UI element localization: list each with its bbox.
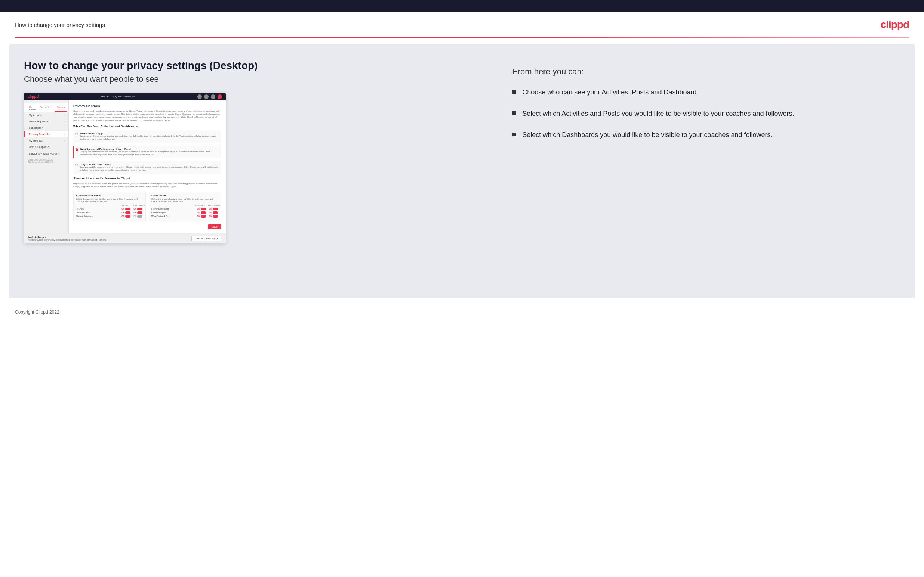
sc-visit-community-button[interactable]: Visit Our Community ↗ [191, 236, 221, 241]
sc-help-title: Help & Support [28, 236, 107, 239]
sc-radio-followers-coach: Only Approved Followers and Your Coach O… [73, 146, 221, 159]
sc-activities-box: Activities and Posts Select the types of… [73, 192, 146, 221]
sc-toggle-row-rounds: Rounds ON ON [76, 208, 143, 210]
sc-radio-everyone: Everyone on Clippd Everyone on Clippd ca… [73, 131, 221, 143]
sc-radio-group: Everyone on Clippd Everyone on Clippd ca… [73, 131, 221, 174]
sc-save-button[interactable]: Save [208, 224, 221, 229]
bullet-item-2: Select which Activities and Posts you wo… [512, 109, 900, 118]
bullet-square-2 [512, 111, 516, 115]
left-panel: How to change your privacy settings (Des… [24, 60, 498, 284]
sc-radio-dot-only-you-coach [75, 164, 78, 166]
header-divider [15, 37, 909, 39]
header-title: How to change your privacy settings [15, 22, 105, 28]
main-content: How to change your privacy settings (Des… [9, 44, 915, 298]
sc-tab-myprofile: My Profile [27, 105, 38, 112]
sc-main-panel: Privacy Controls Control how you and you… [69, 100, 226, 233]
sc-nav-myperformance: My Performance [113, 95, 135, 98]
sc-nav-links: Home My Performance [101, 95, 135, 98]
page-heading: How to change your privacy settings (Des… [24, 60, 498, 72]
sc-tab-settings: Settings [55, 105, 67, 112]
sc-dashboards-box: Dashboards Select the types of activity … [149, 192, 221, 221]
sc-sidebar-helpsupport: Help & Support ↗ [24, 144, 68, 150]
sc-toggle-row-manual: Manual Activities ON ON [76, 215, 143, 218]
bullet-square-1 [512, 90, 516, 94]
bullet-text-3: Select which Dashboards you would like t… [522, 131, 772, 140]
sc-nav-home: Home [101, 95, 109, 98]
right-panel: From here you can: Choose who can see yo… [512, 60, 900, 284]
sc-toggle-row-whattoworkon: What To Work On ON ON [151, 215, 219, 218]
sc-sidebar-myaccount: My Account › [24, 112, 68, 118]
bullet-list: Choose who can see your Activities, Post… [512, 88, 900, 140]
bullet-text-2: Select which Activities and Posts you wo… [522, 109, 794, 118]
sc-tab-connections: Connections [38, 105, 55, 112]
sc-navbar: clippd Home My Performance [24, 93, 226, 100]
sc-toggle-row-roundinsights: Round Insights ON ON [151, 211, 219, 214]
sc-section-desc: Control how you and your data appears to… [73, 110, 221, 122]
sc-sidebar: My Profile Connections Settings My Accou… [24, 100, 69, 233]
sc-show-hide-title: Show or hide specific features in Clippd [73, 177, 221, 180]
sc-version: Clippd Client Version: 2022.8.2SQL Serve… [24, 157, 68, 165]
sc-body: My Profile Connections Settings My Accou… [24, 100, 226, 233]
sc-features-grid: Activities and Posts Select the types of… [73, 192, 221, 221]
sc-help-bar: Help & Support Visit our Clippd communit… [24, 233, 226, 243]
top-bar [0, 0, 924, 12]
bullet-square-3 [512, 132, 516, 136]
page-subheading: Choose what you want people to see [24, 74, 498, 84]
bullet-item-3: Select which Dashboards you would like t… [512, 131, 900, 140]
sc-radio-dot-everyone [75, 132, 78, 135]
sc-toggle-row-practice: Practice Drills ON ON [76, 211, 143, 214]
sc-save-row: Save [73, 224, 221, 229]
sc-radio-only-you-coach: Only You and Your Coach Only you and the… [73, 161, 221, 174]
bullet-item-1: Choose who can see your Activities, Post… [512, 88, 900, 97]
from-here-title: From here you can: [512, 67, 900, 77]
sc-toggle-row-playerdash: Player Dashboard ON ON [151, 208, 219, 210]
sc-avatar [218, 95, 222, 99]
sc-radio-dot-followers-coach [76, 148, 78, 151]
sc-sidebar-dataintegrations: Data Integrations › [24, 118, 68, 125]
bullet-text-1: Choose who can see your Activities, Post… [522, 88, 698, 97]
sc-sidebar-mygolfbag: My Golf Bag › [24, 137, 68, 144]
sc-section-title: Privacy Controls [73, 104, 221, 108]
sc-sidebar-tabs: My Profile Connections Settings [24, 103, 68, 112]
logo: clippd [880, 19, 909, 31]
sc-sidebar-serviceprivacy: Service & Privacy Policy ↗ [24, 150, 68, 157]
sc-logo: clippd [27, 95, 39, 98]
sc-grid-icon [204, 95, 208, 99]
sc-show-hide-desc: Regardless of the privacy controls that … [73, 182, 221, 189]
screenshot-mockup: clippd Home My Performance My Profile [24, 93, 226, 243]
sc-user-icon [211, 95, 215, 99]
sc-sidebar-privacycontrols: Privacy Controls › [24, 131, 68, 137]
sc-who-can-see-title: Who Can See Your Activities and Dashboar… [73, 125, 221, 128]
footer: Copyright Clippd 2022 [0, 305, 924, 320]
sc-search-icon [197, 95, 202, 99]
header: How to change your privacy settings clip… [0, 12, 924, 37]
sc-nav-icons [197, 95, 222, 99]
copyright: Copyright Clippd 2022 [15, 309, 60, 315]
sc-help-desc: Visit our Clippd community to troublesho… [28, 239, 107, 241]
sc-sidebar-subscription: Subscription › [24, 125, 68, 131]
